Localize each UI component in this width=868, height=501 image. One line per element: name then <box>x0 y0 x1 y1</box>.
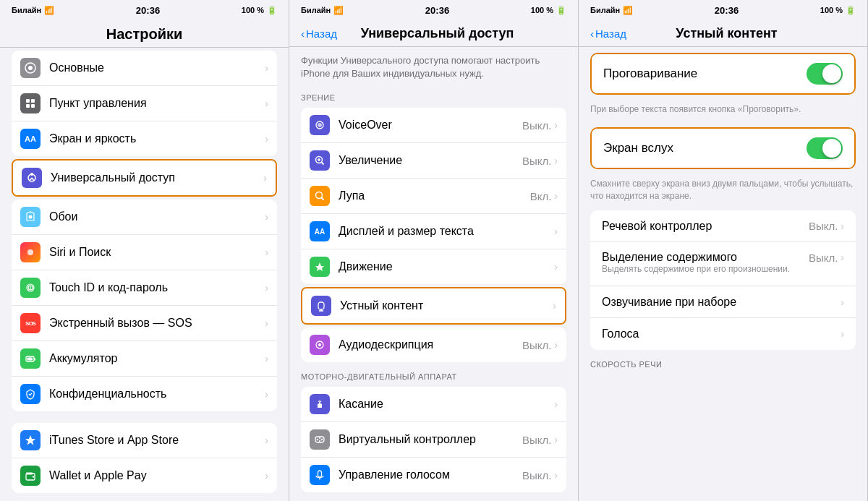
label-displ: Дисплей и размер текста <box>339 225 554 238</box>
value-vydel: Выкл. <box>809 252 838 264</box>
panel-settings: Билайн 📶 20:36 100 %🔋 Настройки Основные… <box>0 0 289 501</box>
toggle-row-ekran-vsluh[interactable]: Экран вслух <box>592 129 854 168</box>
row-siri[interactable]: Siri и Поиск › <box>12 235 277 270</box>
chevron-displ: › <box>554 226 558 237</box>
label-ekran-vsluh: Экран вслух <box>603 141 807 155</box>
status-left-1: Билайн 📶 <box>12 6 54 15</box>
row-touch[interactable]: Touch ID и код-пароль › <box>12 270 277 306</box>
label-progovar: Проговаривание <box>603 67 807 81</box>
chevron-oboi: › <box>265 211 268 223</box>
icon-voiceover <box>310 115 330 135</box>
label-touch: Touch ID и код-пароль <box>49 281 265 294</box>
back-chevron-2: ‹ <box>301 27 305 40</box>
row-osnov[interactable]: Основные › <box>12 51 277 86</box>
svg-rect-4 <box>26 104 30 108</box>
chevron-konf: › <box>265 388 268 400</box>
svg-line-27 <box>322 198 324 200</box>
chevron-touch: › <box>265 282 268 294</box>
icon-touch <box>20 278 41 298</box>
toggle-ekran-vsluh[interactable] <box>807 137 843 159</box>
highlighted-ustny[interactable]: Устный контент › <box>301 287 566 325</box>
icon-dvizh <box>310 257 330 277</box>
row-konf[interactable]: Конфиденциальность › <box>12 377 277 411</box>
icon-oboi <box>20 207 41 227</box>
row-oboi[interactable]: Обои › <box>12 200 277 235</box>
row-virt[interactable]: Виртуальный контроллер Выкл. › <box>301 422 566 458</box>
value-virt: Выкл. <box>522 434 551 446</box>
subdesc-vydel: Выделять содержимое при его произношении… <box>602 264 790 277</box>
row-lupa[interactable]: Лупа Вкл. › <box>301 179 566 214</box>
svg-line-23 <box>322 163 324 165</box>
row-wallet[interactable]: Wallet и Apple Pay › <box>12 458 277 493</box>
row-punkt[interactable]: Пункт управления › <box>12 86 277 121</box>
settings-group-speech: Речевой контроллер Выкл. › Выделение сод… <box>590 210 856 350</box>
page-title-2: Универсальный доступ <box>308 26 566 41</box>
status-bar-2: Билайн 📶 20:36 100 %🔋 <box>289 0 578 20</box>
row-rechev[interactable]: Речевой контроллер Выкл. › <box>590 210 856 242</box>
label-rechev: Речевой контроллер <box>602 220 809 233</box>
toggle-row-progovar[interactable]: Проговаривание <box>592 54 854 93</box>
settings-group-vision: VoiceOver Выкл. › Увеличение Выкл. › Луп… <box>301 108 566 284</box>
wifi-icon-1: 📶 <box>44 6 54 15</box>
settings-list-2: Функции Универсального доступа помогают … <box>289 47 578 501</box>
svg-rect-36 <box>318 471 322 477</box>
row-univ[interactable]: Универсальный доступ › <box>13 160 276 195</box>
row-voiceover[interactable]: VoiceOver Выкл. › <box>301 108 566 143</box>
row-golosa[interactable]: Голоса › <box>590 318 856 350</box>
row-sos[interactable]: SOS Экстренный вызов — SOS › <box>12 306 277 341</box>
icon-osnov <box>20 58 41 78</box>
row-ozvuch[interactable]: Озвучивание при наборе › <box>590 286 856 318</box>
label-sos: Экстренный вызов — SOS <box>49 317 265 330</box>
svg-point-11 <box>27 249 33 255</box>
label-itunes: iTunes Store и App Store <box>49 434 265 447</box>
panel-speech: Билайн 📶 20:36 100 %🔋 ‹ Назад Устный кон… <box>579 0 868 501</box>
chevron-akku: › <box>265 353 268 364</box>
row-dvizh[interactable]: Движение › <box>301 249 566 284</box>
toggle-progovar[interactable] <box>807 63 843 85</box>
row-kasanie[interactable]: Касание › <box>301 387 566 422</box>
row-audiodesc[interactable]: Аудиодескрипция Выкл. › <box>301 327 566 362</box>
row-vydel[interactable]: Выделение содержимого Выкл. › Выделять с… <box>590 242 856 286</box>
row-ustny[interactable]: Устный контент › <box>302 288 565 323</box>
row-upravl[interactable]: Управление голосом Выкл. › <box>301 458 566 492</box>
row-displ[interactable]: AA Дисплей и размер текста › <box>301 214 566 249</box>
chevron-siri: › <box>265 247 268 258</box>
status-right-3: 100 %🔋 <box>820 6 856 15</box>
svg-rect-19 <box>26 473 33 475</box>
row-akku[interactable]: Аккумулятор › <box>12 341 277 377</box>
label-wallet: Wallet и Apple Pay <box>49 469 265 482</box>
row-itunes[interactable]: iTunes Store и App Store › <box>12 423 277 458</box>
icon-konf <box>20 384 41 404</box>
icon-punkt <box>20 93 41 114</box>
label-kasanie: Касание <box>339 398 554 411</box>
settings-list-3: Проговаривание При выборе текста появитс… <box>579 47 867 501</box>
value-audiodesc: Выкл. <box>522 339 551 351</box>
label-oboi: Обои <box>49 210 265 223</box>
section-vision: ЗРЕНИЕ <box>289 86 578 105</box>
row-ekran[interactable]: AA Экран и яркость › <box>12 121 277 156</box>
chevron-ozvuch: › <box>841 296 844 308</box>
desc-progovar: При выборе текста появится кнопка «Прого… <box>579 100 867 121</box>
svg-point-26 <box>316 192 323 199</box>
chevron-upravl: › <box>554 469 558 481</box>
svg-rect-28 <box>318 302 324 309</box>
icon-ekran: AA <box>20 129 41 149</box>
chevron-osnov: › <box>265 62 268 74</box>
icon-sos: SOS <box>20 313 41 333</box>
label-virt: Виртуальный контроллер <box>339 433 522 446</box>
svg-point-20 <box>33 476 34 477</box>
svg-rect-16 <box>34 359 35 361</box>
carrier-3: Билайн <box>590 6 620 14</box>
chevron-itunes: › <box>265 434 268 446</box>
icon-uvel <box>310 150 330 171</box>
icon-audiodesc <box>310 335 330 355</box>
section-motor: МОТОРНО-ДВИГАТЕЛЬНЫЙ АППАРАТ <box>289 365 578 384</box>
row-uvel[interactable]: Увеличение Выкл. › <box>301 143 566 179</box>
highlighted-univ[interactable]: Универсальный доступ › <box>12 159 277 197</box>
value-lupa: Вкл. <box>530 190 552 202</box>
label-akku: Аккумулятор <box>49 352 265 365</box>
icon-siri <box>20 242 41 262</box>
chevron-ustny: › <box>553 300 556 312</box>
label-voiceover: VoiceOver <box>339 119 522 132</box>
icon-virt <box>310 429 330 450</box>
